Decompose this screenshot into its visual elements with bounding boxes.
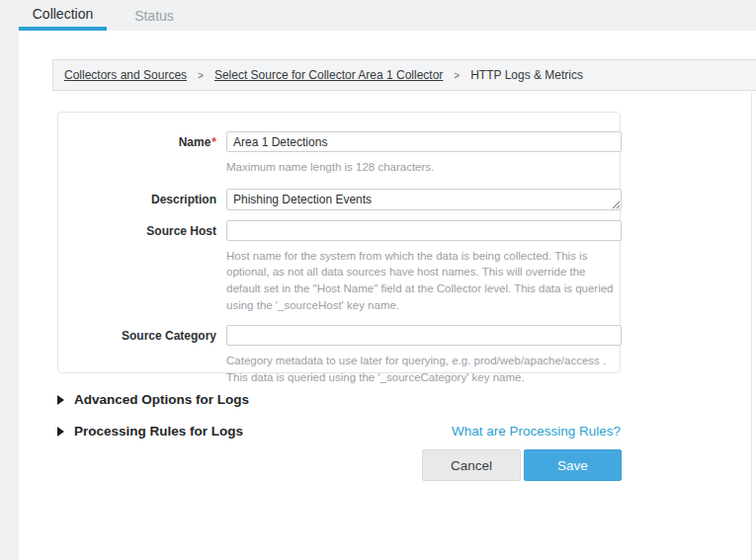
- breadcrumb: Collectors and Sources > Select Source f…: [52, 59, 756, 91]
- tab-status[interactable]: Status: [117, 0, 192, 31]
- breadcrumb-select-source[interactable]: Select Source for Collector Area 1 Colle…: [214, 68, 443, 82]
- top-tab-bar: Collection Status: [0, 0, 756, 31]
- advanced-options-label: Advanced Options for Logs: [74, 392, 249, 407]
- tab-status-label: Status: [134, 8, 174, 24]
- tab-collection[interactable]: Collection: [19, 0, 107, 31]
- description-textarea[interactable]: Phishing Detection Events: [226, 189, 622, 210]
- name-field-wrap: Maximum name length is 128 characters.: [226, 131, 622, 176]
- source-host-label: Source Host: [58, 220, 226, 314]
- caret-right-icon: [57, 395, 64, 405]
- save-button[interactable]: Save: [524, 449, 622, 481]
- source-category-label: Source Category: [58, 325, 226, 385]
- source-host-help-text: Host name for the system from which the …: [226, 248, 622, 314]
- cancel-button[interactable]: Cancel: [422, 449, 521, 481]
- processing-rules-expander[interactable]: Processing Rules for Logs: [57, 424, 243, 439]
- name-label: Name*: [58, 131, 226, 176]
- breadcrumb-separator: >: [198, 70, 204, 81]
- description-row: Description Phishing Detection Events: [58, 189, 620, 210]
- right-edge-divider: [751, 92, 752, 560]
- source-config-card: Name* Maximum name length is 128 charact…: [57, 112, 621, 373]
- source-host-row: Source Host Host name for the system fro…: [58, 220, 620, 314]
- breadcrumb-collectors-and-sources[interactable]: Collectors and Sources: [64, 68, 187, 82]
- source-host-field-wrap: Host name for the system from which the …: [226, 220, 622, 314]
- name-help-text: Maximum name length is 128 characters.: [226, 159, 622, 176]
- processing-rules-label: Processing Rules for Logs: [74, 424, 243, 439]
- source-category-input[interactable]: [226, 325, 622, 346]
- name-input[interactable]: [226, 131, 622, 152]
- content-panel: Collectors and Sources > Select Source f…: [19, 31, 756, 560]
- breadcrumb-current-page: HTTP Logs & Metrics: [470, 68, 583, 82]
- description-label: Description: [58, 189, 226, 210]
- source-category-help-text: Category metadata to use later for query…: [226, 353, 622, 385]
- source-host-input[interactable]: [226, 220, 622, 241]
- tab-collection-label: Collection: [33, 6, 93, 22]
- name-row: Name* Maximum name length is 128 charact…: [58, 131, 620, 176]
- source-category-row: Source Category Category metadata to use…: [58, 325, 620, 385]
- what-are-processing-rules-link[interactable]: What are Processing Rules?: [447, 424, 621, 439]
- source-category-field-wrap: Category metadata to use later for query…: [226, 325, 622, 385]
- description-field-wrap: Phishing Detection Events: [226, 189, 622, 210]
- required-asterisk: *: [211, 135, 216, 149]
- advanced-options-expander[interactable]: Advanced Options for Logs: [57, 392, 249, 407]
- caret-right-icon: [57, 427, 64, 437]
- breadcrumb-separator: >: [454, 70, 460, 81]
